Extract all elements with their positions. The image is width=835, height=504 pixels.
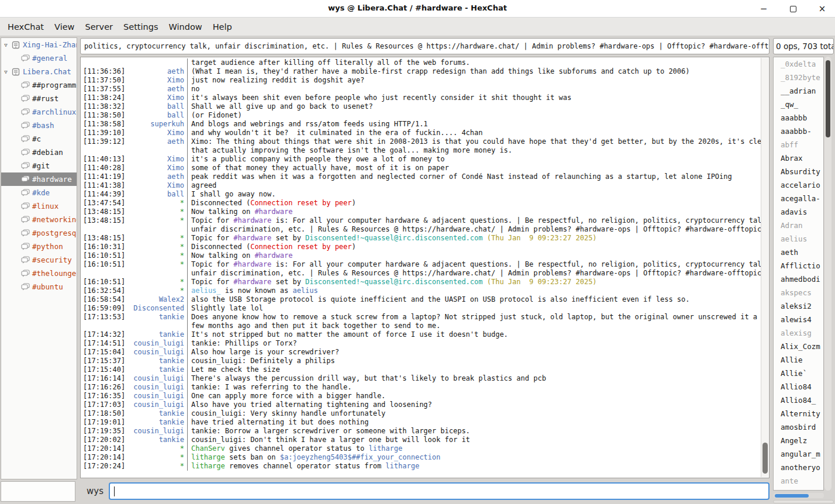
sidebar-item-git[interactable]: ▽ #git (1, 159, 77, 172)
sidebar-item-programming[interactable]: ▽ ##programming (1, 78, 77, 92)
chat-scrollbar[interactable] (761, 58, 768, 477)
nick[interactable]: cousin_luigi (133, 348, 184, 357)
user-list-item-aeth[interactable]: aeth (774, 246, 823, 259)
user-list-item-afflictio[interactable]: Afflictio (774, 259, 823, 272)
userlist-horizontal-scrollbar[interactable] (774, 493, 824, 498)
nick[interactable]: tankie (159, 409, 184, 418)
user-list-item-absurdity[interactable]: Absurdity (774, 165, 823, 178)
sidebar-item-kde[interactable]: ▽ #kde (1, 186, 77, 199)
user-list-item-allie`[interactable]: Allie` (774, 367, 823, 380)
user-list-item-aaabbb-[interactable]: aaabbb- (774, 125, 823, 138)
sidebar-item-xing-hai-zhan[interactable]: ▽ Xing-Hai-Zhan (1, 38, 77, 51)
bottom-scrollbar-trough[interactable] (773, 500, 834, 503)
nick[interactable]: cousin_luigi (133, 392, 184, 401)
user-list-item-ante[interactable]: ante (774, 474, 823, 488)
nick[interactable]: tankie (159, 365, 184, 374)
sidebar-item-rust[interactable]: ▽ ##rust (1, 92, 77, 105)
user-list-item-angelz[interactable]: Angelz (774, 434, 823, 447)
user-list-item-anotheryo[interactable]: anotheryo (774, 461, 823, 474)
user-list-item-alternity[interactable]: Alternity (774, 407, 823, 420)
nick[interactable]: aeth (167, 172, 184, 181)
sidebar-item-c[interactable]: ▽ #c (1, 132, 77, 146)
nick[interactable]: aeth (167, 85, 184, 94)
nick[interactable]: Walex2 (159, 295, 184, 304)
sidebar-item-debian[interactable]: ▽ #debian (1, 146, 77, 159)
sidebar-item-general[interactable]: ▽ #general (1, 51, 77, 65)
nick[interactable]: Ximo (167, 76, 184, 85)
sidebar-item-thelounge[interactable]: ▽ #thelounge (1, 267, 77, 280)
userlist-hscrollbar-thumb[interactable] (775, 494, 809, 498)
nick[interactable]: Ximo (167, 164, 184, 172)
nick[interactable]: ball (167, 102, 184, 111)
user-list-item-abrax[interactable]: Abrax (774, 151, 823, 165)
minimize-button[interactable]: − (759, 4, 768, 13)
sidebar-item-libera.chat[interactable]: ▽ Libera.Chat (1, 65, 77, 78)
nick[interactable]: tankie (159, 330, 184, 339)
nick[interactable]: aeth (167, 67, 184, 76)
menu-item-window[interactable]: Window (164, 20, 208, 34)
nick[interactable]: * (180, 216, 184, 225)
nick[interactable]: * (180, 286, 184, 295)
expander-icon[interactable]: ▽ (1, 42, 11, 48)
user-list-item-abff[interactable]: abff (774, 138, 823, 151)
nick[interactable]: tankie (159, 436, 184, 444)
chat-scrollbar-thumb[interactable] (762, 443, 768, 474)
topic-bar[interactable]: politics, cryptocurrency talk, unfair di… (80, 38, 770, 54)
sidebar-item-ubuntu[interactable]: ▽ #ubuntu (1, 280, 77, 294)
maximize-button[interactable] (788, 4, 798, 13)
user-list-item-allie[interactable]: Allie (774, 353, 823, 367)
user-list-item-aelius[interactable]: aelius (774, 232, 823, 246)
close-button[interactable]: × (817, 4, 827, 13)
user-list-item-alexisg[interactable]: alexisg (774, 326, 823, 340)
user-list-item-alewis4[interactable]: alewis4 (774, 313, 823, 326)
sidebar-item-hardware[interactable]: ▽ #hardware (1, 172, 77, 186)
user-list-item-amosbird[interactable]: amosbird (774, 420, 823, 434)
nick[interactable]: cousin_luigi (133, 374, 184, 383)
nick[interactable]: ball (167, 111, 184, 120)
nick[interactable]: cousin_luigi (133, 401, 184, 409)
nick[interactable]: tankie (159, 313, 184, 322)
sidebar-item-archlinux[interactable]: ▽ #archlinux (1, 105, 77, 119)
nick[interactable]: * (180, 234, 184, 243)
menu-item-view[interactable]: View (49, 20, 80, 34)
sidebar-item-networking[interactable]: ▽ #networking (1, 213, 77, 226)
nick[interactable]: * (180, 453, 184, 462)
menu-item-hexchat[interactable]: HexChat (2, 20, 49, 34)
nick[interactable]: ball (167, 190, 184, 199)
nick[interactable]: * (180, 251, 184, 260)
sidebar-item-python[interactable]: ▽ #python (1, 240, 77, 253)
user-list-item-__adrian[interactable]: __adrian (774, 84, 823, 98)
nick[interactable]: * (180, 260, 184, 269)
sidebar-item-linux[interactable]: ▽ #linux (1, 199, 77, 213)
sidebar-item-bash[interactable]: ▽ #bash (1, 119, 77, 132)
menu-item-server[interactable]: Server (80, 20, 118, 34)
sidebar-item-postgresql[interactable]: ▽ #postgresql (1, 226, 77, 240)
nick[interactable]: cousin_luigi (133, 383, 184, 392)
user-list-item-ahmedbodi[interactable]: ahmedbodi (774, 272, 823, 286)
nick[interactable]: Ximo (167, 181, 184, 190)
nick[interactable]: * (180, 208, 184, 216)
user-list-item-alix_cozm[interactable]: Alix_Cozm (774, 340, 823, 353)
nick[interactable]: Ximo (167, 129, 184, 137)
nick[interactable]: tankie (159, 357, 184, 365)
user-list-item-aleksi2[interactable]: aleksi2 (774, 299, 823, 313)
user-list-item-aaabbb[interactable]: aaabbb (774, 111, 823, 125)
nick[interactable]: Ximo (167, 155, 184, 164)
user-list-item-adavis[interactable]: adavis (774, 205, 823, 219)
user-list-item-_0xdelta[interactable]: _0xdelta (774, 57, 823, 71)
nick[interactable]: superkuh (150, 120, 184, 129)
nick[interactable]: tankie (159, 418, 184, 427)
nick[interactable]: Disconsented (133, 304, 184, 313)
user-list-item-accelario[interactable]: accelario (774, 178, 823, 192)
userlist-vertical-scrollbar[interactable] (824, 57, 831, 491)
nick[interactable]: * (180, 278, 184, 286)
user-list-item-_8192byte[interactable]: _8192byte (774, 71, 823, 84)
sidebar-item-security[interactable]: ▽ #security (1, 253, 77, 267)
menu-item-settings[interactable]: Settings (118, 20, 163, 34)
user-list-item-_qw_[interactable]: _qw_ (774, 98, 823, 111)
nick[interactable]: * (180, 444, 184, 453)
user-list-item-akspecs[interactable]: akspecs (774, 286, 823, 299)
message-input[interactable] (109, 482, 770, 500)
user-list-item-allio84_[interactable]: Allio84_ (774, 393, 823, 407)
nick[interactable]: * (180, 199, 184, 208)
